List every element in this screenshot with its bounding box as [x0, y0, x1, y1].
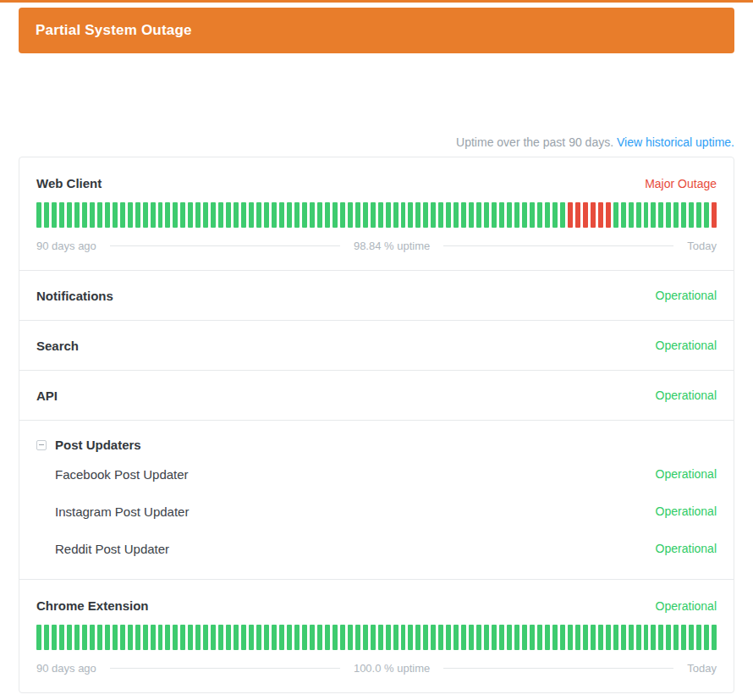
- uptime-bar-operational[interactable]: [461, 202, 466, 228]
- uptime-bar-operational[interactable]: [408, 625, 413, 650]
- uptime-bar-operational[interactable]: [340, 625, 345, 650]
- uptime-bar-operational[interactable]: [393, 625, 398, 650]
- uptime-bar-operational[interactable]: [371, 202, 376, 228]
- uptime-bar-operational[interactable]: [317, 202, 322, 228]
- uptime-bar-operational[interactable]: [522, 202, 527, 228]
- uptime-bar-operational[interactable]: [333, 202, 338, 228]
- uptime-bar-operational[interactable]: [97, 202, 102, 228]
- uptime-bar-operational[interactable]: [211, 202, 216, 228]
- uptime-bar-operational[interactable]: [151, 625, 156, 650]
- uptime-bar-operational[interactable]: [67, 202, 72, 228]
- uptime-bar-operational[interactable]: [651, 202, 656, 228]
- uptime-bar-operational[interactable]: [415, 202, 420, 228]
- uptime-bar-operational[interactable]: [158, 202, 163, 228]
- uptime-bar-operational[interactable]: [537, 202, 542, 228]
- uptime-bar-operational[interactable]: [552, 625, 558, 650]
- uptime-bar-operational[interactable]: [712, 625, 717, 650]
- uptime-bar-operational[interactable]: [560, 202, 565, 228]
- uptime-bar-operational[interactable]: [188, 625, 193, 650]
- uptime-bar-operational[interactable]: [681, 625, 686, 650]
- uptime-bar-operational[interactable]: [173, 625, 178, 650]
- uptime-bar-operational[interactable]: [453, 202, 459, 228]
- uptime-bar-operational[interactable]: [704, 202, 709, 228]
- uptime-bar-operational[interactable]: [530, 202, 535, 228]
- uptime-bar-operational[interactable]: [658, 202, 663, 228]
- uptime-bar-operational[interactable]: [469, 625, 474, 650]
- uptime-bar-operational[interactable]: [629, 202, 634, 228]
- uptime-bar-operational[interactable]: [704, 625, 709, 650]
- uptime-bar-operational[interactable]: [188, 202, 193, 228]
- uptime-bar-operational[interactable]: [180, 202, 185, 228]
- uptime-bar-operational[interactable]: [415, 625, 420, 650]
- uptime-bar-operational[interactable]: [681, 202, 686, 228]
- uptime-bar-operational[interactable]: [583, 625, 588, 650]
- uptime-bar-operational[interactable]: [325, 625, 330, 650]
- uptime-bar-operational[interactable]: [279, 625, 284, 650]
- uptime-bar-operational[interactable]: [256, 625, 261, 650]
- uptime-bar-operational[interactable]: [226, 625, 231, 650]
- uptime-bar-operational[interactable]: [461, 625, 466, 650]
- uptime-bar-operational[interactable]: [423, 202, 428, 228]
- uptime-bar-operational[interactable]: [363, 625, 368, 650]
- uptime-bar-operational[interactable]: [348, 625, 353, 650]
- uptime-bar-operational[interactable]: [446, 625, 451, 650]
- uptime-bar-operational[interactable]: [151, 202, 156, 228]
- uptime-bar-operational[interactable]: [408, 202, 413, 228]
- uptime-bar-operational[interactable]: [340, 202, 345, 228]
- uptime-bar-operational[interactable]: [438, 202, 443, 228]
- uptime-bar-operational[interactable]: [52, 202, 57, 228]
- uptime-bar-operational[interactable]: [438, 625, 443, 650]
- uptime-bar-operational[interactable]: [666, 202, 671, 228]
- uptime-bar-operational[interactable]: [530, 625, 535, 650]
- uptime-bar-operational[interactable]: [234, 625, 239, 650]
- uptime-bar-operational[interactable]: [537, 625, 542, 650]
- uptime-bar-operational[interactable]: [644, 625, 649, 650]
- uptime-bar-operational[interactable]: [568, 625, 573, 650]
- uptime-bar-operational[interactable]: [378, 202, 383, 228]
- collapse-minus-icon[interactable]: [36, 440, 47, 450]
- uptime-bar-operational[interactable]: [195, 202, 201, 228]
- uptime-bar-operational[interactable]: [658, 625, 663, 650]
- uptime-bar-operational[interactable]: [621, 625, 626, 650]
- uptime-bar-operational[interactable]: [696, 202, 701, 228]
- uptime-bar-operational[interactable]: [333, 625, 338, 650]
- uptime-bar-operational[interactable]: [128, 202, 133, 228]
- view-historical-uptime-link[interactable]: View historical uptime.: [617, 135, 734, 149]
- uptime-bar-operational[interactable]: [545, 202, 550, 228]
- uptime-bar-outage[interactable]: [606, 202, 611, 228]
- uptime-bar-operational[interactable]: [97, 625, 102, 650]
- uptime-bar-operational[interactable]: [644, 202, 649, 228]
- uptime-bar-operational[interactable]: [249, 202, 254, 228]
- uptime-bar-operational[interactable]: [484, 202, 489, 228]
- uptime-bar-operational[interactable]: [294, 202, 300, 228]
- uptime-bar-operational[interactable]: [180, 625, 185, 650]
- uptime-bar-operational[interactable]: [348, 202, 353, 228]
- uptime-bar-operational[interactable]: [226, 202, 231, 228]
- uptime-bar-operational[interactable]: [36, 625, 41, 650]
- uptime-bar-operational[interactable]: [74, 202, 80, 228]
- uptime-bar-operational[interactable]: [386, 202, 391, 228]
- uptime-bar-operational[interactable]: [74, 625, 80, 650]
- uptime-bar-operational[interactable]: [113, 625, 118, 650]
- uptime-bar-operational[interactable]: [120, 202, 125, 228]
- uptime-bar-operational[interactable]: [476, 202, 481, 228]
- uptime-bar-operational[interactable]: [143, 202, 148, 228]
- uptime-bar-operational[interactable]: [355, 625, 360, 650]
- uptime-bar-operational[interactable]: [431, 625, 436, 650]
- uptime-bar-operational[interactable]: [67, 625, 72, 650]
- uptime-bar-operational[interactable]: [378, 625, 383, 650]
- uptime-bar-operational[interactable]: [294, 625, 300, 650]
- uptime-bar-operational[interactable]: [165, 625, 170, 650]
- uptime-bar-operational[interactable]: [82, 202, 87, 228]
- uptime-bar-operational[interactable]: [317, 625, 322, 650]
- uptime-bar-outage[interactable]: [712, 202, 717, 228]
- uptime-bar-operational[interactable]: [651, 625, 656, 650]
- uptime-bar-operational[interactable]: [128, 625, 133, 650]
- uptime-bar-operational[interactable]: [363, 202, 368, 228]
- uptime-bar-operational[interactable]: [469, 202, 474, 228]
- uptime-bar-operational[interactable]: [302, 625, 307, 650]
- uptime-bar-operational[interactable]: [696, 625, 701, 650]
- uptime-bar-operational[interactable]: [272, 202, 277, 228]
- uptime-bar-operational[interactable]: [629, 625, 634, 650]
- uptime-bar-operational[interactable]: [241, 625, 246, 650]
